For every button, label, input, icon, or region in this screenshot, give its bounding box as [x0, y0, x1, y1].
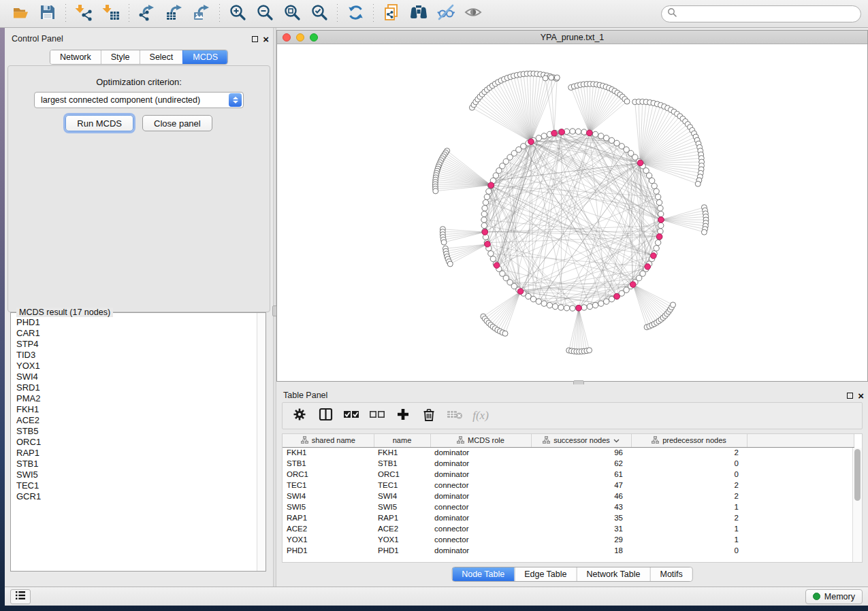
import-table-button[interactable] [97, 2, 125, 25]
refresh-icon [347, 3, 365, 24]
search-network-button[interactable] [405, 2, 432, 25]
table-row[interactable]: FKH1FKH1dominator962 [283, 447, 854, 458]
select-all-button[interactable] [340, 405, 363, 427]
zoom-fit-button[interactable] [278, 2, 306, 25]
toolbar-separator [129, 4, 129, 23]
tree-icon [652, 436, 659, 445]
export-network-button[interactable] [133, 2, 161, 25]
checked-boxes-icon [343, 408, 359, 424]
result-node-item[interactable]: FKH1 [16, 404, 257, 415]
table-row[interactable]: YOX1YOX1connector291 [283, 534, 854, 545]
zoom-in-button[interactable] [224, 2, 251, 25]
table-row[interactable]: RAP1RAP1dominator352 [283, 512, 854, 523]
open-file-button[interactable] [7, 2, 34, 25]
tree-icon [301, 436, 308, 445]
zoom-selected-button[interactable] [306, 2, 333, 25]
result-node-item[interactable]: SWI5 [16, 469, 257, 480]
result-node-item[interactable]: YOX1 [16, 361, 257, 371]
result-node-item[interactable]: SRD1 [16, 382, 257, 393]
result-node-item[interactable]: ORC1 [16, 437, 257, 448]
table-toolbar: f(x) [282, 402, 863, 429]
add-column-button[interactable] [391, 405, 415, 427]
column-header-MCDS-role[interactable]: MCDS role [430, 434, 531, 447]
tab-motifs[interactable]: Motifs [649, 567, 692, 581]
table-row[interactable]: ACE2ACE2connector311 [283, 523, 854, 534]
column-header-name[interactable]: name [374, 434, 430, 447]
criterion-dropdown[interactable]: largest connected component (undirected) [34, 92, 244, 108]
network-window-titlebar[interactable]: YPA_prune.txt_1 [277, 31, 867, 44]
eye-icon [464, 3, 483, 24]
result-node-item[interactable]: STB1 [16, 459, 257, 469]
task-history-button[interactable] [10, 589, 31, 604]
tab-network[interactable]: Network [50, 50, 101, 64]
table-row[interactable]: TEC1TEC1connector472 [283, 480, 854, 491]
node-table-grid[interactable]: shared namenameMCDS rolesuccessor nodesp… [283, 434, 854, 556]
export-image-button[interactable] [188, 2, 215, 25]
memory-button[interactable]: Memory [805, 589, 863, 604]
run-mcds-button[interactable]: Run MCDS [65, 115, 133, 131]
float-panel-icon[interactable] [252, 36, 258, 42]
table-scrollbar[interactable] [852, 448, 862, 562]
result-node-item[interactable]: STP4 [16, 339, 257, 350]
column-header-shared-name[interactable]: shared name [283, 434, 374, 447]
share-document-button[interactable] [378, 2, 405, 25]
result-node-item[interactable]: TEC1 [16, 480, 257, 491]
show-columns-button[interactable] [314, 405, 337, 427]
result-node-item[interactable]: ACE2 [16, 415, 257, 426]
table-row[interactable]: SWI4SWI4dominator462 [283, 491, 854, 501]
close-panel-button[interactable]: Close panel [142, 115, 212, 131]
table-row[interactable]: ORC1ORC1dominator610 [283, 469, 854, 480]
tab-mcds[interactable]: MCDS [182, 50, 227, 64]
hide-graphics-details-button[interactable] [432, 2, 460, 25]
column-header-predecessor-nodes[interactable]: predecessor nodes [631, 434, 747, 447]
tab-network-table[interactable]: Network Table [577, 567, 650, 581]
result-node-item[interactable]: RAP1 [16, 448, 257, 459]
close-panel-icon[interactable]: × [263, 36, 269, 42]
main-toolbar [0, 0, 868, 28]
function-builder-button[interactable]: f(x) [469, 405, 492, 427]
float-panel-icon[interactable] [847, 393, 853, 399]
show-graphics-details-button[interactable] [460, 2, 487, 25]
tab-style[interactable]: Style [101, 50, 140, 64]
columns-icon [319, 408, 333, 424]
table-row[interactable]: PHD1PHD1dominator180 [283, 545, 854, 556]
result-scrollbar[interactable] [257, 313, 266, 571]
save-session-button[interactable] [34, 2, 61, 25]
mcds-hub-node [485, 242, 491, 248]
delete-column-button[interactable] [417, 405, 440, 427]
table-row[interactable]: SWI5SWI5connector431 [283, 501, 854, 512]
result-node-item[interactable]: TID3 [16, 350, 257, 361]
result-node-item[interactable]: GCR1 [16, 491, 257, 502]
tab-node-table[interactable]: Node Table [452, 567, 514, 581]
refresh-view-button[interactable] [342, 2, 369, 25]
result-node-item[interactable]: CAR1 [16, 328, 257, 339]
mcds-result-list[interactable]: PHD1CAR1STP4TID3YOX1SWI4SRD1PMA2FKH1ACE2… [11, 317, 257, 571]
result-node-item[interactable]: PHD1 [16, 317, 257, 328]
deselect-all-button[interactable] [366, 405, 389, 427]
zoom-out-icon [256, 3, 274, 24]
table-settings-button[interactable] [288, 405, 311, 427]
tab-edge-table[interactable]: Edge Table [514, 567, 576, 581]
zoom-out-button[interactable] [251, 2, 278, 25]
sort-desc-icon [613, 436, 620, 444]
network-canvas[interactable] [277, 44, 867, 381]
scrollbar-thumb[interactable] [854, 449, 861, 501]
column-header-successor-nodes[interactable]: successor nodes [531, 434, 631, 447]
result-node-item[interactable]: SWI4 [16, 371, 257, 382]
node-table: shared namenameMCDS rolesuccessor nodesp… [282, 433, 863, 563]
close-panel-icon[interactable]: × [858, 393, 864, 399]
result-node-item[interactable]: STB5 [16, 426, 257, 437]
toolbar-separator [65, 4, 66, 23]
delete-table-button[interactable] [443, 405, 466, 427]
table-row[interactable]: STB1STB1dominator620 [283, 458, 854, 469]
search-box[interactable] [661, 5, 861, 22]
mcds-hub-node [517, 288, 524, 295]
search-input[interactable] [677, 9, 855, 18]
mcds-hub-node [494, 263, 500, 269]
result-node-item[interactable]: PMA2 [16, 393, 257, 404]
export-table-button[interactable] [161, 2, 188, 25]
column-header-filler [747, 434, 854, 447]
import-network-button[interactable] [70, 2, 97, 25]
mcds-hub-node [651, 253, 657, 259]
tab-select[interactable]: Select [140, 50, 183, 64]
